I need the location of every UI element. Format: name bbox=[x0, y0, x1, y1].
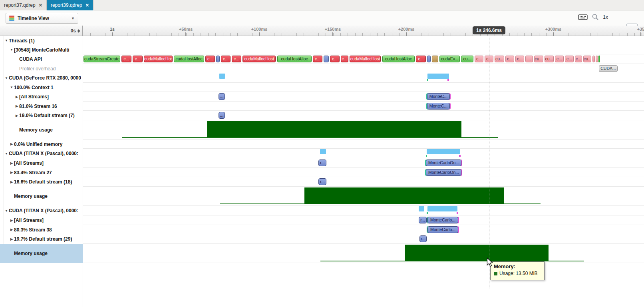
tree-item-81-0-stream-16[interactable]: ▶81.0% Stream 16 bbox=[0, 102, 83, 111]
api-call-bar[interactable]: cu... bbox=[583, 56, 591, 62]
api-call-bar[interactable]: cu... bbox=[534, 56, 543, 62]
api-call-bar[interactable]: c... bbox=[313, 56, 322, 62]
chevron-right-icon[interactable]: ▶ bbox=[9, 180, 14, 184]
zoom-magnifier-icon[interactable] bbox=[592, 14, 599, 21]
tree-item-80-3-stream-38[interactable]: ▶80.3% Stream 38 bbox=[0, 225, 83, 234]
api-call-bar[interactable] bbox=[427, 56, 431, 62]
tree-item-16-6-default-stream-18[interactable]: ▶16.6% Default stream (18) bbox=[0, 177, 83, 187]
time-marker-badge[interactable]: 1s 246.6ms bbox=[473, 26, 505, 34]
api-call-bar[interactable]: c... bbox=[121, 56, 131, 62]
api-call-bar[interactable]: cudaHostAlloc bbox=[174, 56, 204, 62]
timeline-row[interactable]: r... bbox=[83, 234, 644, 244]
kernel-bar[interactable]: MonteCarloOn... bbox=[426, 169, 461, 176]
memory-usage-chart[interactable] bbox=[304, 187, 504, 204]
memory-usage-chart[interactable] bbox=[405, 245, 549, 261]
api-call-bar[interactable]: cudaMallocHost bbox=[242, 56, 276, 62]
kernel-bar[interactable]: r... bbox=[318, 178, 326, 185]
tree-item-19-0-default-stream-7[interactable]: ▶19.0% Default stream (7) bbox=[0, 111, 83, 120]
memcpy-bar[interactable] bbox=[320, 149, 326, 154]
tree-item-profiler-overhead[interactable]: Profiler overhead bbox=[0, 64, 83, 73]
tree-item-100-0-context-1[interactable]: ▼100.0% Context 1 bbox=[0, 83, 83, 92]
api-call-bar[interactable]: cudaHostAlloc bbox=[382, 56, 415, 62]
memcpy-bar[interactable] bbox=[427, 206, 457, 211]
tree-item-memory-usage[interactable]: Memory usage bbox=[0, 120, 83, 140]
tree-item-memory-usage[interactable]: Memory usage bbox=[0, 244, 83, 263]
chevron-down-icon[interactable]: ▼ bbox=[4, 152, 9, 155]
api-call-bar[interactable]: c... bbox=[221, 56, 231, 62]
chevron-right-icon[interactable]: ▶ bbox=[14, 114, 19, 118]
memcpy-bar[interactable] bbox=[219, 74, 225, 79]
api-call-bar[interactable]: cudaHostAlloc bbox=[277, 56, 312, 62]
api-call-bar[interactable] bbox=[324, 56, 329, 62]
tree-item-all-streams[interactable]: ▶[All Streams] bbox=[0, 92, 83, 102]
timeline-row[interactable]: ... bbox=[83, 111, 644, 120]
ruler-origin-toggle-icon[interactable] bbox=[78, 29, 80, 33]
tree-item-cuda-titan-x-pascal-0000[interactable]: ▼CUDA (TITAN X (Pascal), 0000: bbox=[0, 206, 83, 215]
api-call-bar[interactable]: cudaEv... bbox=[439, 56, 460, 62]
api-call-bar[interactable]: c... bbox=[555, 56, 564, 62]
timeline-row[interactable] bbox=[83, 149, 644, 158]
api-call-bar[interactable] bbox=[598, 56, 600, 62]
kernel-bar[interactable]: r... bbox=[419, 235, 427, 242]
chevron-down-icon[interactable]: ▼ bbox=[4, 76, 9, 80]
api-call-bar[interactable]: cudaStreamCreate bbox=[83, 56, 120, 62]
tree-item-cuda-api[interactable]: CUDA API bbox=[0, 54, 83, 64]
api-call-bar[interactable]: ... bbox=[525, 56, 533, 62]
api-call-bar[interactable]: c... bbox=[505, 56, 514, 62]
tree-item-all-streams[interactable]: ▶[All Streams] bbox=[0, 215, 83, 225]
chevron-down-icon[interactable]: ▼ bbox=[9, 86, 14, 89]
api-call-bar[interactable]: c... bbox=[475, 56, 483, 62]
timeline-row[interactable]: r...MonteCarloOn... bbox=[83, 158, 644, 168]
tree-item-memory-usage[interactable]: Memory usage bbox=[0, 187, 83, 206]
tab-report39[interactable]: report39.qdrep ✕ bbox=[47, 0, 93, 10]
timeline-row[interactable] bbox=[83, 83, 644, 92]
timeline-row[interactable]: r...MonteCarlo... bbox=[83, 215, 644, 225]
tree-item-cuda-titan-x-pascal-0000[interactable]: ▼CUDA (TITAN X (Pascal), 0000: bbox=[0, 149, 83, 158]
chevron-right-icon[interactable]: ▶ bbox=[9, 142, 14, 146]
tree-item-19-7-default-stream-29[interactable]: ▶19.7% Default stream (29) bbox=[0, 234, 83, 244]
api-call-bar[interactable] bbox=[592, 56, 595, 62]
memory-usage-chart[interactable] bbox=[207, 121, 461, 138]
close-icon[interactable]: ✕ bbox=[85, 3, 89, 8]
memory-usage-chart-row[interactable] bbox=[83, 244, 644, 263]
kernel-bar[interactable]: MonteCarloOn... bbox=[426, 159, 461, 166]
api-call-bar[interactable]: cudaMallocHost bbox=[350, 56, 381, 62]
timeline-row[interactable]: MonteCarloOn... bbox=[83, 168, 644, 177]
tree-item-threads-1[interactable]: ▼Threads (1) bbox=[0, 36, 83, 45]
api-call-bar[interactable]: cu... bbox=[461, 56, 473, 62]
tree-item-0-0-unified-memory[interactable]: ▶0.0% Unified memory bbox=[0, 140, 83, 149]
timeline-row[interactable]: MonteCarlo... bbox=[83, 225, 644, 234]
chevron-right-icon[interactable]: ▶ bbox=[9, 237, 14, 241]
api-call-bar[interactable]: cu... bbox=[495, 56, 504, 62]
chevron-right-icon[interactable]: ▶ bbox=[9, 219, 14, 222]
kernel-bar[interactable]: r... bbox=[318, 159, 326, 166]
kernel-bar[interactable]: ... bbox=[219, 93, 225, 100]
chevron-right-icon[interactable]: ▶ bbox=[9, 228, 14, 231]
memcpy-bar[interactable] bbox=[419, 206, 424, 211]
api-call-bar[interactable]: c... bbox=[575, 56, 582, 62]
chevron-down-icon[interactable]: ▼ bbox=[4, 39, 9, 42]
api-call-bar[interactable]: c... bbox=[416, 56, 426, 62]
time-marker-line[interactable] bbox=[489, 36, 489, 289]
tree-item-83-4-stream-27[interactable]: ▶83.4% Stream 27 bbox=[0, 168, 83, 177]
timeline-row[interactable]: CUDA... bbox=[83, 64, 644, 73]
chevron-down-icon[interactable]: ▼ bbox=[9, 48, 14, 52]
view-selector-dropdown[interactable]: Timeline View ▼ bbox=[6, 13, 78, 24]
chevron-right-icon[interactable]: ▶ bbox=[9, 171, 14, 174]
kernel-bar[interactable]: MonteCarlo... bbox=[427, 226, 458, 233]
timeline-row[interactable]: r... bbox=[83, 177, 644, 187]
profiler-overhead-bar[interactable]: CUDA... bbox=[599, 65, 618, 72]
chevron-right-icon[interactable]: ▶ bbox=[9, 161, 14, 165]
tab-report37[interactable]: report37.qdrep ✕ bbox=[0, 0, 47, 10]
memory-usage-chart-row[interactable] bbox=[83, 187, 644, 206]
memory-usage-chart-row[interactable] bbox=[83, 120, 644, 140]
timeline-row[interactable]: MonteC... bbox=[83, 102, 644, 111]
timeline-row[interactable] bbox=[83, 73, 644, 83]
timeline-row[interactable]: ...MonteC... bbox=[83, 92, 644, 102]
api-call-bar[interactable]: c... bbox=[232, 56, 241, 62]
api-call-bar[interactable] bbox=[216, 56, 220, 62]
memcpy-bar[interactable] bbox=[427, 74, 449, 79]
tree-item-cuda-geforce-rtx-2080-0000[interactable]: ▼CUDA (GeForce RTX 2080, 0000 bbox=[0, 73, 83, 83]
api-call-bar[interactable]: cudaMallocHost bbox=[144, 56, 173, 62]
tree-item-all-streams[interactable]: ▶[All Streams] bbox=[0, 158, 83, 168]
